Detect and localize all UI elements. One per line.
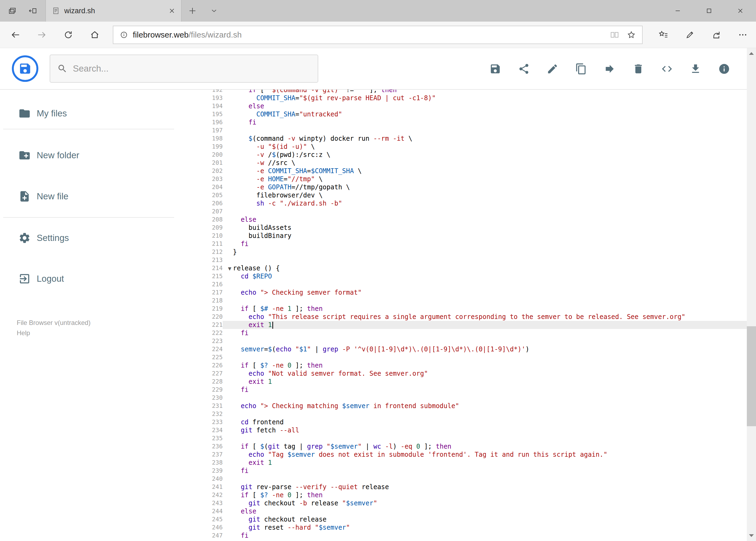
share-button[interactable] (518, 63, 530, 75)
code-line[interactable]: 194 else (193, 102, 756, 110)
code-line[interactable]: 218 (193, 296, 756, 305)
info-button[interactable] (718, 63, 730, 75)
help-link[interactable]: Help (17, 328, 193, 338)
forward-icon[interactable] (29, 22, 55, 48)
code-line[interactable]: 232 (193, 410, 756, 418)
refresh-icon[interactable] (55, 22, 82, 48)
code-line[interactable]: 207 (193, 208, 756, 216)
filebrowser-logo[interactable] (12, 55, 38, 82)
page-info-icon[interactable] (119, 30, 128, 39)
code-line[interactable]: 208 else (193, 216, 756, 224)
close-window-button[interactable] (725, 0, 756, 22)
maximize-button[interactable] (693, 0, 725, 22)
code-line[interactable]: 193 COMMIT_SHA="$(git rev-parse HEAD | c… (193, 94, 756, 102)
code-line[interactable]: 214▼release () { (193, 264, 756, 272)
code-line[interactable]: 216 (193, 280, 756, 288)
favorite-star-icon[interactable] (627, 30, 636, 40)
code-line[interactable]: 206 sh -c "./wizard.sh -b" (193, 199, 756, 208)
set-tabs-aside-icon[interactable] (29, 6, 37, 15)
code-line[interactable]: 225 (193, 353, 756, 361)
save-button[interactable] (489, 63, 501, 75)
code-line[interactable]: 210 buildBinary (193, 232, 756, 240)
scroll-down-icon[interactable] (747, 530, 756, 541)
page-scrollbar[interactable] (747, 48, 756, 541)
fold-marker-icon[interactable]: ▼ (228, 265, 231, 273)
code-line[interactable]: 234 git fetch --all (193, 426, 756, 434)
new-tab-button[interactable] (182, 0, 203, 22)
code-line[interactable]: 245 git checkout release (193, 515, 756, 523)
code-line[interactable]: 241 git rev-parse --verify --quiet relea… (193, 483, 756, 491)
minimize-button[interactable] (662, 0, 693, 22)
code-line[interactable]: 247 fi (193, 532, 756, 540)
settings-and-more-icon[interactable] (730, 22, 756, 48)
code-line[interactable]: 217 echo "> Checking semver format" (193, 288, 756, 296)
code-line[interactable]: 246 git reset --hard "$semver" (193, 523, 756, 532)
back-icon[interactable] (2, 22, 29, 48)
code-line[interactable]: 195 COMMIT_SHA="untracked" (193, 110, 756, 118)
raw-code-button[interactable] (661, 63, 673, 75)
home-icon[interactable] (82, 22, 108, 48)
sidebar-item-settings[interactable]: Settings (0, 223, 193, 253)
scrollbar-thumb[interactable] (747, 326, 756, 426)
reading-view-icon[interactable] (610, 30, 620, 40)
hub-icon[interactable] (650, 22, 677, 48)
code-line[interactable]: 236 if [ $(git tag | grep "$semver" | wc… (193, 442, 756, 450)
code-line[interactable]: 244 else (193, 507, 756, 515)
sidebar-item-new-file[interactable]: New file (0, 182, 193, 211)
code-line[interactable]: 228 exit 1 (193, 377, 756, 386)
sidebar-item-logout[interactable]: Logout (0, 264, 193, 293)
code-line[interactable]: 209 buildAssets (193, 224, 756, 232)
delete-button[interactable] (632, 63, 644, 75)
copy-button[interactable] (575, 63, 587, 75)
code-line[interactable]: 230 (193, 394, 756, 402)
code-line[interactable]: 197 (193, 126, 756, 135)
code-line[interactable]: 231 echo "> Checking matching $semver in… (193, 402, 756, 410)
code-line[interactable]: 222 fi (193, 329, 756, 337)
code-line[interactable]: 227 echo "Not valid semver format. See s… (193, 369, 756, 377)
code-line[interactable]: 243 git checkout -b release "$semver" (193, 499, 756, 507)
tabs-set-aside-icon[interactable] (8, 6, 17, 15)
browser-tab[interactable]: wizard.sh (45, 0, 182, 22)
code-line[interactable]: 220 echo "This release script requires a… (193, 313, 756, 321)
code-line[interactable]: 199 -u "$(id -u)" \ (193, 143, 756, 151)
code-line[interactable]: 242 if [ $? -ne 0 ]; then (193, 491, 756, 499)
code-line[interactable]: 235 (193, 434, 756, 442)
code-line[interactable]: 229 fi (193, 386, 756, 394)
code-line[interactable]: 219 if [ $# -ne 1 ]; then (193, 305, 756, 313)
share-icon[interactable] (703, 22, 730, 48)
code-line[interactable]: 233 cd frontend (193, 418, 756, 426)
code-line[interactable]: 204 -e GOPATH=//tmp/gopath \ (193, 183, 756, 191)
move-button[interactable] (604, 63, 616, 75)
search-box[interactable] (50, 55, 318, 83)
code-line[interactable]: 205 filebrowser/dev \ (193, 191, 756, 199)
download-button[interactable] (690, 63, 701, 75)
code-line[interactable]: 201 -w //src \ (193, 159, 756, 167)
address-bar[interactable]: filebrowser.web/files/wizard.sh (113, 26, 642, 44)
code-line[interactable]: 237 echo "Tag $semver does not exist in … (193, 450, 756, 459)
code-line[interactable]: 196 fi (193, 118, 756, 126)
search-input[interactable] (73, 64, 311, 74)
scroll-up-icon[interactable] (747, 48, 756, 59)
code-line[interactable]: 198 $(command -v winpty) docker run --rm… (193, 135, 756, 143)
web-note-pen-icon[interactable] (677, 22, 703, 48)
tab-close-icon[interactable] (169, 8, 175, 14)
sidebar-item-new-folder[interactable]: New folder (0, 141, 193, 170)
code-line[interactable]: 212} (193, 248, 756, 256)
code-line[interactable]: 221 exit 1 (193, 321, 756, 329)
code-line[interactable]: 240 (193, 475, 756, 483)
code-line[interactable]: 211 fi (193, 240, 756, 248)
code-line[interactable]: 239 fi (193, 467, 756, 475)
sidebar-item-my-files[interactable]: My files (0, 99, 193, 128)
code-line[interactable]: 215 cd $REPO (193, 272, 756, 280)
code-editor[interactable]: 192 if [ "$(command -v git)" != "" ]; th… (193, 90, 756, 541)
code-line[interactable]: 226 if [ $? -ne 0 ]; then (193, 361, 756, 369)
tab-preview-chevron-icon[interactable] (203, 0, 225, 22)
code-line[interactable]: 223 (193, 337, 756, 345)
code-line[interactable]: 200 -v /$(pwd):/src:z \ (193, 151, 756, 159)
code-line[interactable]: 213 (193, 256, 756, 264)
code-line[interactable]: 203 -e HOME="//tmp" \ (193, 175, 756, 183)
code-line[interactable]: 192 if [ "$(command -v git)" != "" ]; th… (193, 90, 756, 94)
code-line[interactable]: 202 -e COMMIT_SHA=$COMMIT_SHA \ (193, 167, 756, 175)
code-line[interactable]: 224 semver=$(echo "$1" | grep -P '^v(0|[… (193, 345, 756, 353)
code-line[interactable]: 238 exit 1 (193, 459, 756, 467)
